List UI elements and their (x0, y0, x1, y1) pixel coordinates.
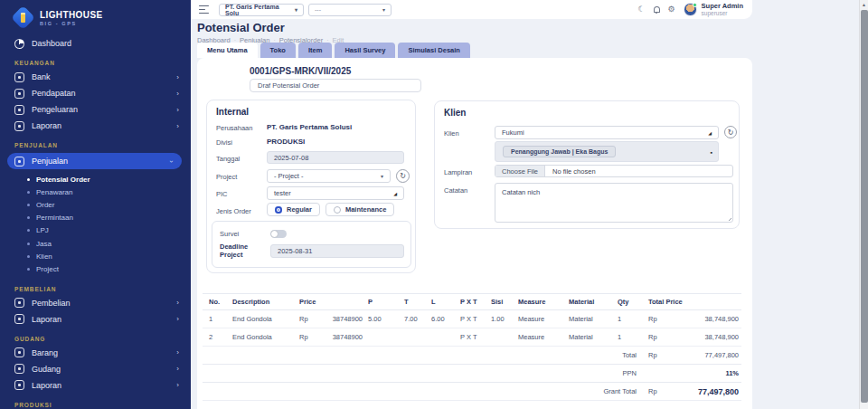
sidebar-item-label: Pengeluaran (32, 105, 78, 114)
sidebar-item-label: Pembelian (32, 299, 71, 308)
chevron-down-icon: › (167, 160, 175, 163)
klien-panel-title: Klien (444, 108, 466, 118)
deadline-project-input[interactable]: 2025-08-31 (270, 244, 404, 258)
radio-unselected-icon (334, 206, 341, 214)
sidebar-subitem-penawaran[interactable]: Penawaran (0, 185, 191, 198)
sidebar-item-label: Bank (32, 72, 51, 81)
sidebar-item-label: Gudang (32, 365, 61, 374)
sidebar-item-dashboard[interactable]: Dashboard (0, 35, 191, 52)
klien-refresh-button[interactable]: ↻ (724, 126, 737, 138)
toggle-knob (271, 231, 278, 237)
deadline-project-label: Deadline Project (220, 243, 263, 259)
klien-input[interactable]: Fukumi ◢ (495, 126, 719, 139)
tab-menu-utama[interactable]: Menu Utama (197, 43, 258, 58)
sidebar-subitem-potensial-order[interactable]: Potensial Order (0, 173, 191, 185)
refresh-icon: ↻ (728, 128, 734, 137)
catatan-textarea[interactable]: Catatan nich (495, 183, 733, 223)
col-pxt: P X T (458, 294, 488, 310)
company-select[interactable]: PT. Garis Pertama Solu ▾ (219, 4, 304, 16)
scroll-up-arrow-icon[interactable]: ▲ (860, 0, 868, 9)
vertical-scrollbar[interactable]: ▲ (859, 0, 868, 409)
menu-toggle-icon[interactable] (199, 5, 210, 14)
sidebar-item-pengeluaran[interactable]: Pengeluaran › (0, 101, 191, 118)
sidebar-item-laporan-keuangan[interactable]: Laporan › (0, 118, 191, 134)
sidebar-subitem-permintaan[interactable]: Permintaan (0, 212, 191, 224)
sidebar-subitem-jasa[interactable]: Jasa (0, 237, 191, 250)
tab-hasil-survey[interactable]: Hasil Survey (335, 43, 395, 58)
brand-name: LIGHTHOUSE (40, 10, 103, 20)
select-expand-icon: ◢ (393, 191, 397, 196)
user-menu[interactable]: Super Admin superuser (684, 2, 743, 16)
settings-gear-icon[interactable]: ⚙ (668, 5, 675, 14)
sidebar-item-barang[interactable]: Barang › (0, 345, 191, 361)
filter-select-value: --- (315, 6, 321, 13)
sidebar-subitem-klien[interactable]: Klien (0, 250, 191, 262)
internal-panel-title: Internal (216, 107, 249, 117)
dashboard-pie-icon (14, 39, 24, 49)
sidebar-subitem-lpj[interactable]: LPJ (0, 224, 191, 237)
chevron-right-icon: › (176, 365, 179, 373)
page-header: Potensial Order Dashboard · Penjualan · … (197, 21, 344, 44)
survei-toggle[interactable] (270, 230, 287, 238)
sidebar-item-gudang[interactable]: Gudang › (0, 361, 191, 377)
perusahaan-label: Perusahaan (216, 124, 252, 132)
sidebar-item-pendapatan[interactable]: Pendapatan › (0, 85, 191, 101)
remove-selection-icon[interactable]: ▪ (711, 148, 712, 155)
radio-maintenance[interactable]: Maintenance (326, 203, 394, 216)
bullet-icon (27, 229, 30, 232)
top-navbar: PT. Garis Pertama Solu ▾ --- ▾ ☾ ⚙ Super… (191, 0, 752, 19)
tab-simulasi-desain[interactable]: Simulasi Desain (398, 43, 470, 58)
chevron-right-icon: › (176, 299, 179, 307)
col-l: L (429, 294, 458, 310)
internal-panel: Internal Perusahaan PT. Garis Pertama So… (206, 100, 416, 273)
lampiran-file-input[interactable]: Choose File No file chosen (495, 165, 733, 177)
user-name: Super Admin (702, 2, 743, 10)
section-title-keuangan: KEUANGAN (0, 52, 191, 69)
bullet-icon (27, 268, 30, 271)
survei-label: Survei (220, 230, 239, 238)
sidebar-item-label: Barang (32, 348, 58, 357)
project-refresh-button[interactable]: ↻ (396, 169, 410, 183)
dark-mode-moon-icon[interactable]: ☾ (637, 5, 645, 14)
sidebar-item-bank[interactable]: Bank › (0, 69, 191, 85)
topbar-actions: ☾ ⚙ Super Admin superuser (637, 2, 743, 16)
filter-select[interactable]: --- ▾ (308, 4, 392, 16)
sidebar-subitem-project[interactable]: Project (0, 262, 191, 275)
sidebar-item-label: Laporan (32, 121, 61, 130)
catatan-label: Catatan (444, 186, 467, 195)
sidebar-subitem-order[interactable]: Order (0, 198, 191, 211)
col-qty: Qty (615, 294, 646, 310)
sidebar-item-penjualan[interactable]: Penjualan › (7, 153, 182, 169)
tanggal-input[interactable]: 2025-07-08 (267, 151, 404, 164)
pic-input[interactable]: tester ◢ (267, 186, 404, 200)
tab-toko[interactable]: Toko (260, 43, 296, 58)
user-role: superuser (702, 10, 743, 16)
perusahaan-value: PT. Garis Pertama Solusi (267, 123, 352, 131)
choose-file-button[interactable]: Choose File (495, 166, 545, 176)
bullet-icon (27, 216, 30, 219)
sidebar-item-laporan-gudang[interactable]: Laporan › (0, 377, 191, 394)
project-select[interactable]: - Project - ▾ (267, 169, 391, 183)
tab-item[interactable]: Item (298, 43, 332, 58)
scrollbar-thumb[interactable] (861, 10, 868, 403)
chevron-right-icon: › (176, 106, 179, 114)
pic-label: PIC (216, 190, 228, 198)
grand-total-label: Grant Total (203, 383, 646, 401)
company-select-value: PT. Garis Pertama Solu (225, 4, 290, 16)
notifications-bell-icon[interactable] (654, 6, 660, 13)
chevron-right-icon: › (176, 90, 179, 98)
col-price: Price (297, 294, 322, 310)
col-measure: Measure (515, 294, 566, 310)
klien-tag-area: Penanggung Jawab | Eka Bagus ▪ (495, 141, 719, 162)
chevron-right-icon: › (176, 122, 179, 130)
main-area: PT. Garis Pertama Solu ▾ --- ▾ ☾ ⚙ Super… (191, 0, 859, 409)
sidebar-item-laporan-pembelian[interactable]: Laporan › (0, 311, 191, 328)
laporan-icon (14, 121, 24, 131)
sidebar-item-pembelian[interactable]: Pembelian › (0, 295, 191, 311)
total-row: Total Rp 77,497,800 (203, 347, 741, 365)
sidebar-item-label: Laporan (32, 315, 61, 324)
penanggung-jawab-tag[interactable]: Penanggung Jawab | Eka Bagus (503, 146, 616, 157)
jenis-order-group: Regular Maintenance (267, 203, 394, 216)
radio-regular[interactable]: Regular (267, 203, 320, 216)
sidebar-item-label: Pendapatan (32, 89, 76, 98)
